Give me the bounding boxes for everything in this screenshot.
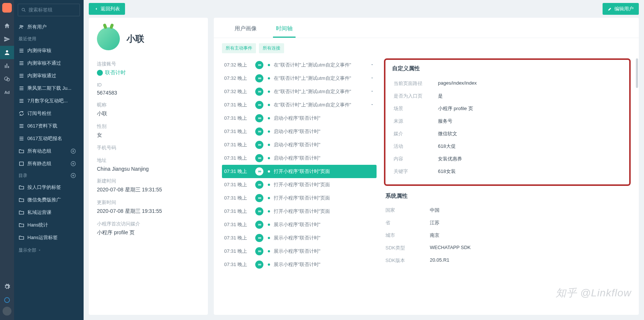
- custom-attrs-box: 自定义属性 当前页面路径pages/index/index是否为入口页是场景小程…: [384, 58, 631, 186]
- chevron-down-icon[interactable]: [370, 62, 374, 67]
- event-row[interactable]: 07:31 晚上展示小程序"联否计时": [222, 258, 377, 271]
- event-dot-icon: [268, 104, 270, 106]
- sidebar-recent-item[interactable]: 乘风第二期下载 Ju...: [14, 82, 84, 95]
- plus-icon[interactable]: [70, 173, 76, 178]
- help-icon[interactable]: [0, 293, 14, 307]
- event-row[interactable]: 07:31 晚上启动小程序"联否计时": [222, 125, 377, 138]
- sidebar-recent-item[interactable]: 0617互动吧报名: [14, 132, 84, 145]
- sidebar-recent-item[interactable]: 0617资料下载: [14, 120, 84, 132]
- event-type-icon: [255, 194, 263, 202]
- event-time: 07:31 晚上: [224, 168, 255, 175]
- attr-key: 城市: [385, 232, 430, 239]
- event-desc: 展示小程序"联否计时": [274, 261, 374, 268]
- sidebar-recent-item[interactable]: 订阅号粉丝: [14, 107, 84, 120]
- profile-address-value: China Jiangsu Nanjing: [97, 166, 200, 172]
- scrollbar-icon[interactable]: [636, 58, 638, 88]
- list-icon: [18, 136, 24, 142]
- attr-value: 是: [438, 93, 443, 99]
- system-attrs-heading: 系统属性: [384, 193, 631, 200]
- event-type-icon: [255, 221, 263, 229]
- chat-icon[interactable]: [0, 72, 14, 86]
- event-row[interactable]: 07:31 晚上展示小程序"联否计时": [222, 231, 377, 245]
- event-detail[interactable]: 自定义属性 当前页面路径pages/index/index是否为入口页是场景小程…: [380, 58, 639, 315]
- list-icon: [18, 98, 24, 104]
- event-type-icon: [255, 101, 263, 109]
- sidebar-recent-item[interactable]: 内测审核通过: [14, 69, 84, 82]
- sidebar-recent-item[interactable]: 内测审核不通过: [14, 57, 84, 69]
- attr-key: 国家: [385, 207, 430, 214]
- chevron-down-icon[interactable]: [370, 89, 374, 93]
- attr-value: WECHATAPP SDK: [430, 245, 471, 251]
- event-row[interactable]: 07:31 晚上打开小程序"联否计时"页面: [222, 165, 377, 178]
- sidebar-catalog-item[interactable]: 私域运营课: [14, 206, 84, 219]
- event-desc: 展示小程序"联否计时": [274, 248, 374, 255]
- users-icon[interactable]: [0, 46, 14, 59]
- sidebar-recent-item[interactable]: 内测待审核: [14, 44, 84, 57]
- tab-timeline[interactable]: 时间轴: [273, 21, 296, 38]
- event-row[interactable]: 07:32 晚上在"联否计时"上"测试utm自定义事件": [222, 58, 377, 72]
- event-row[interactable]: 07:31 晚上展示小程序"联否计时": [222, 218, 377, 231]
- event-desc: 在"联否计时"上"测试utm自定义事件": [274, 88, 368, 95]
- home-icon[interactable]: [0, 19, 14, 33]
- event-row[interactable]: 07:31 晚上展示小程序"联否计时": [222, 245, 377, 258]
- event-dot-icon: [268, 77, 270, 79]
- attr-row: 城市南京: [384, 229, 631, 242]
- arrow-left-icon: [94, 7, 98, 11]
- event-row[interactable]: 07:31 晚上在"联否计时"上"测试utm自定义事件": [222, 98, 377, 112]
- attr-row: 内容女装优惠券: [392, 153, 623, 165]
- event-type-icon: [255, 114, 263, 122]
- search-icon: [21, 7, 26, 13]
- sidebar-show-all[interactable]: 显示全部: [14, 244, 84, 256]
- sidebar-dynamic-groups[interactable]: 所有动态组: [14, 145, 84, 157]
- send-icon[interactable]: [0, 33, 14, 46]
- settings-icon[interactable]: [0, 280, 14, 293]
- plus-icon[interactable]: [70, 161, 76, 167]
- attr-value: 南京: [430, 232, 439, 239]
- profile-firstmedia-label: 小程序首次访问媒介: [97, 221, 200, 227]
- ad-icon[interactable]: Ad: [0, 86, 14, 99]
- event-row[interactable]: 07:32 晚上在"联否计时"上"测试utm自定义事件": [222, 72, 377, 85]
- sidebar-catalog-item[interactable]: 按人口学的标签: [14, 181, 84, 194]
- event-desc: 展示小程序"联否计时": [274, 235, 374, 241]
- account-badge-icon: [97, 70, 103, 76]
- event-dot-icon: [268, 130, 270, 133]
- event-type-icon: [255, 207, 263, 215]
- search-input[interactable]: 搜索标签组: [18, 4, 80, 16]
- chevron-down-icon[interactable]: [370, 76, 374, 80]
- sidebar-recent-item[interactable]: 7月数字化互动吧...: [14, 95, 84, 107]
- event-row[interactable]: 07:31 晚上启动小程序"联否计时": [222, 112, 377, 125]
- events-list[interactable]: 07:32 晚上在"联否计时"上"测试utm自定义事件"07:32 晚上在"联否…: [214, 58, 380, 315]
- sidebar-catalog-item[interactable]: Hans统计: [14, 219, 84, 231]
- filter-all-conn[interactable]: 所有连接: [259, 43, 284, 53]
- sidebar-catalog-item[interactable]: Hans运营标签: [14, 231, 84, 244]
- attr-value: 20.05.R1: [430, 257, 449, 264]
- edit-user-button[interactable]: 编辑用户: [603, 3, 639, 15]
- attr-row: 是否为入口页是: [392, 90, 623, 102]
- tab-portrait[interactable]: 用户画像: [232, 21, 260, 38]
- chevron-down-icon[interactable]: [370, 102, 374, 107]
- chart-icon[interactable]: [0, 59, 14, 72]
- profile-avatar-icon: [97, 27, 120, 50]
- event-dot-icon: [268, 250, 270, 252]
- plus-icon[interactable]: [70, 148, 76, 154]
- back-button[interactable]: 返回列表: [89, 3, 125, 15]
- event-row[interactable]: 07:31 晚上打开小程序"联否计时"页面: [222, 205, 377, 218]
- event-dot-icon: [268, 144, 270, 146]
- event-row[interactable]: 07:31 晚上启动小程序"联否计时": [222, 138, 377, 152]
- event-row[interactable]: 07:31 晚上打开小程序"联否计时"页面: [222, 191, 377, 205]
- topbar: 返回列表 编辑用户: [84, 0, 644, 18]
- user-avatar-icon[interactable]: [3, 307, 11, 316]
- event-row[interactable]: 07:31 晚上打开小程序"联否计时"页面: [222, 178, 377, 191]
- event-dot-icon: [268, 91, 270, 93]
- sidebar-static-groups[interactable]: 所有静态组: [14, 157, 84, 170]
- system-attrs-box: 系统属性 国家中国省江苏城市南京SDK类型WECHATAPP SDKSDK版本2…: [384, 193, 631, 267]
- sidebar-catalog-item[interactable]: 微信免费版推广: [14, 194, 84, 206]
- attr-row: SDK类型WECHATAPP SDK: [384, 242, 631, 254]
- sidebar-all-users[interactable]: 所有用户: [14, 21, 84, 33]
- filter-active-events[interactable]: 所有主动事件: [222, 43, 256, 53]
- event-dot-icon: [268, 157, 270, 159]
- event-desc: 启动小程序"联否计时": [274, 142, 374, 148]
- event-row[interactable]: 07:32 晚上在"联否计时"上"测试utm自定义事件": [222, 85, 377, 98]
- svg-rect-7: [20, 162, 24, 165]
- event-row[interactable]: 07:31 晚上启动小程序"联否计时": [222, 152, 377, 165]
